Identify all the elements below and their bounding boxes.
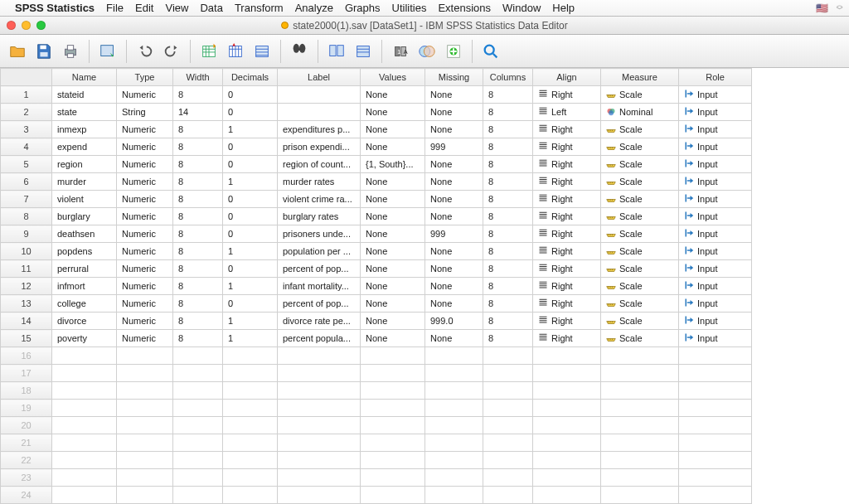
weight-cases-button[interactable] (351, 39, 376, 64)
find-button[interactable] (287, 39, 312, 64)
cell-dec[interactable]: 1 (223, 330, 278, 347)
cell-label[interactable]: expenditures p... (278, 121, 361, 138)
cell-label[interactable]: burglary rates (278, 208, 361, 225)
cell-type[interactable]: Numeric (117, 208, 173, 225)
cell-align[interactable]: Right (533, 313, 601, 330)
row-number[interactable]: 3 (1, 121, 52, 138)
empty-cell[interactable] (278, 452, 361, 469)
menu-data[interactable]: Data (200, 2, 222, 14)
empty-cell[interactable] (173, 365, 223, 382)
cell-align[interactable]: Right (533, 243, 601, 260)
cell-measure[interactable]: Scale (601, 313, 679, 330)
cell-measure[interactable]: Scale (601, 330, 679, 347)
empty-cell[interactable] (601, 417, 679, 434)
cell-width[interactable]: 8 (173, 173, 223, 191)
row-number[interactable]: 4 (1, 138, 52, 156)
cell-cols[interactable]: 8 (483, 104, 533, 121)
cell-values[interactable]: None (361, 138, 425, 156)
cell-name[interactable]: popdens (52, 243, 117, 260)
cell-measure[interactable]: Scale (601, 156, 679, 173)
empty-cell[interactable] (278, 400, 361, 417)
variable-row[interactable]: 15povertyNumeric81percent popula...NoneN… (1, 330, 752, 347)
empty-cell[interactable] (425, 434, 483, 452)
cell-values[interactable]: None (361, 225, 425, 243)
variable-row[interactable]: 7violentNumeric80violent crime ra...None… (1, 191, 752, 208)
row-number[interactable]: 19 (1, 400, 52, 417)
cell-measure[interactable]: Scale (601, 260, 679, 278)
cell-values[interactable]: None (361, 104, 425, 121)
cell-values[interactable]: None (361, 313, 425, 330)
cell-width[interactable]: 8 (173, 243, 223, 260)
cell-name[interactable]: perrural (52, 260, 117, 278)
empty-cell[interactable] (223, 487, 278, 504)
cell-label[interactable]: population per ... (278, 243, 361, 260)
empty-cell[interactable] (679, 365, 752, 382)
cell-cols[interactable]: 8 (483, 191, 533, 208)
empty-cell[interactable] (601, 487, 679, 504)
cell-name[interactable]: region (52, 156, 117, 173)
menu-extensions[interactable]: Extensions (438, 2, 491, 14)
empty-cell[interactable] (601, 434, 679, 452)
cell-type[interactable]: Numeric (117, 121, 173, 138)
cell-label[interactable]: prisoners unde... (278, 225, 361, 243)
empty-cell[interactable] (533, 347, 601, 365)
variable-row[interactable]: 13collegeNumeric80percent of pop...NoneN… (1, 295, 752, 313)
cell-missing[interactable]: None (425, 156, 483, 173)
empty-cell[interactable] (361, 434, 425, 452)
empty-cell[interactable] (483, 382, 533, 400)
cell-align[interactable]: Right (533, 208, 601, 225)
cell-values[interactable]: None (361, 278, 425, 295)
empty-cell[interactable] (361, 365, 425, 382)
variables-button[interactable] (250, 39, 274, 64)
cell-missing[interactable]: None (425, 173, 483, 191)
empty-cell[interactable] (483, 417, 533, 434)
flag-icon[interactable]: 🇺🇸 (816, 2, 828, 14)
cell-missing[interactable]: None (425, 208, 483, 225)
variable-row[interactable]: 1stateidNumeric80NoneNone8RightScaleInpu… (1, 86, 752, 104)
cell-name[interactable]: divorce (52, 313, 117, 330)
empty-cell[interactable] (278, 487, 361, 504)
empty-cell[interactable] (533, 487, 601, 504)
empty-cell[interactable] (425, 487, 483, 504)
cell-label[interactable]: region of count... (278, 156, 361, 173)
variable-row[interactable]: 6murderNumeric81murder ratesNoneNone8Rig… (1, 173, 752, 191)
cell-role[interactable]: Input (679, 121, 752, 138)
cell-cols[interactable]: 8 (483, 313, 533, 330)
menu-window[interactable]: Window (502, 2, 541, 14)
row-number[interactable]: 16 (1, 347, 52, 365)
menu-help[interactable]: Help (552, 2, 575, 14)
cell-dec[interactable]: 0 (223, 208, 278, 225)
cell-width[interactable]: 8 (173, 191, 223, 208)
split-file-button[interactable] (324, 39, 349, 64)
cell-missing[interactable]: None (425, 295, 483, 313)
empty-cell[interactable] (425, 382, 483, 400)
variable-row[interactable]: 11perruralNumeric80percent of pop...None… (1, 260, 752, 278)
cell-align[interactable]: Right (533, 278, 601, 295)
cell-type[interactable]: Numeric (117, 278, 173, 295)
cell-missing[interactable]: None (425, 243, 483, 260)
empty-cell[interactable] (679, 434, 752, 452)
column-header-decimals[interactable]: Decimals (223, 69, 278, 86)
empty-cell[interactable] (425, 452, 483, 469)
column-header-label[interactable]: Label (278, 69, 361, 86)
variable-row[interactable]: 12infmortNumeric81infant mortality...Non… (1, 278, 752, 295)
cell-missing[interactable]: 999 (425, 138, 483, 156)
cell-width[interactable]: 8 (173, 121, 223, 138)
empty-cell[interactable] (601, 400, 679, 417)
cell-values[interactable]: None (361, 330, 425, 347)
cell-missing[interactable]: None (425, 104, 483, 121)
cell-align[interactable]: Right (533, 121, 601, 138)
row-number[interactable]: 13 (1, 295, 52, 313)
cell-type[interactable]: Numeric (117, 86, 173, 104)
row-number[interactable]: 8 (1, 208, 52, 225)
cell-missing[interactable]: None (425, 260, 483, 278)
empty-cell[interactable] (601, 452, 679, 469)
empty-cell[interactable] (223, 347, 278, 365)
cell-values[interactable]: {1, South}... (361, 156, 425, 173)
row-number[interactable]: 14 (1, 313, 52, 330)
empty-row[interactable]: 17 (1, 365, 752, 382)
empty-cell[interactable] (361, 469, 425, 487)
cell-width[interactable]: 8 (173, 138, 223, 156)
row-number[interactable]: 11 (1, 260, 52, 278)
cell-name[interactable]: inmexp (52, 121, 117, 138)
